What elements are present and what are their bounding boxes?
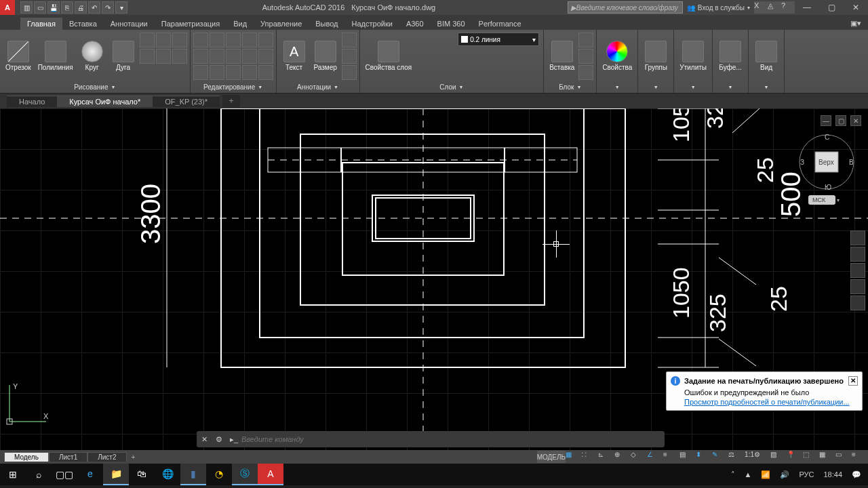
viewcube[interactable]: С В Ю З Верх МСК ▾ xyxy=(796,131,857,186)
balloon-link[interactable]: Просмотр подробностей о печати/публикаци… xyxy=(684,398,850,406)
task-vk-icon[interactable]: ▮ xyxy=(180,464,206,485)
task-yandex-icon[interactable]: ◔ xyxy=(206,464,232,485)
tool-view[interactable]: Вид xyxy=(751,31,781,81)
panel-clip-label[interactable]: ▼ xyxy=(715,81,745,93)
mod-offset[interactable] xyxy=(226,65,241,80)
layer-s10[interactable] xyxy=(458,61,470,73)
draw-sm-4[interactable] xyxy=(140,49,155,64)
mod-explode[interactable] xyxy=(258,49,273,64)
status-transparency-icon[interactable]: ▤ xyxy=(679,451,696,463)
mod-erase[interactable] xyxy=(258,33,273,47)
task-store-icon[interactable]: 🛍 xyxy=(129,464,155,485)
status-monitor-icon[interactable]: 📍 xyxy=(787,451,803,463)
help-icon[interactable]: ? xyxy=(781,1,795,14)
tool-line[interactable]: Отрезок xyxy=(3,31,34,81)
status-iso-icon[interactable]: ▦ xyxy=(819,451,835,463)
mod-array[interactable] xyxy=(242,49,257,64)
layer-bulb-icon[interactable] xyxy=(417,33,429,45)
draw-sm-3[interactable] xyxy=(172,33,187,47)
file-tab-other[interactable]: OF_KP (23)* xyxy=(153,96,220,107)
tab-insert[interactable]: Вставка xyxy=(62,18,104,30)
mod-copy[interactable] xyxy=(193,49,208,64)
layer-freeze-icon[interactable] xyxy=(431,33,443,45)
tool-arc[interactable]: Дуга xyxy=(108,31,138,81)
tab-addins[interactable]: Надстройки xyxy=(345,18,399,30)
tool-circle[interactable]: Круг xyxy=(77,31,107,81)
panel-utils-label[interactable]: ▼ xyxy=(677,81,709,93)
qat-plot-icon[interactable]: 🖨 xyxy=(75,1,87,14)
start-button[interactable]: ⊞ xyxy=(0,464,26,485)
tool-text[interactable]: AТекст xyxy=(279,31,309,81)
cmd-options-icon[interactable]: ⚙ xyxy=(212,432,226,447)
status-annomon-icon[interactable]: ✎ xyxy=(712,451,728,463)
tray-lang[interactable]: РУС xyxy=(795,470,818,479)
qat-saveas-icon[interactable]: ⎘ xyxy=(61,1,73,14)
mod-fillet[interactable] xyxy=(226,49,241,64)
vp-maximize-icon[interactable]: ▢ xyxy=(835,115,846,126)
tab-layout1[interactable]: Лист1 xyxy=(49,452,87,462)
layer-s2[interactable] xyxy=(431,47,443,60)
app-logo[interactable]: A xyxy=(0,0,15,15)
mod-move[interactable] xyxy=(193,33,208,47)
command-input[interactable] xyxy=(241,435,665,443)
status-polar-icon[interactable]: ⊕ xyxy=(614,451,631,463)
qat-undo-icon[interactable]: ↶ xyxy=(88,1,100,14)
drawing-canvas[interactable]: 3300 1050 32 500 25 1050 325 25 YX — ▢ ✕ xyxy=(0,108,868,450)
nav-showmotion-icon[interactable] xyxy=(850,296,865,310)
status-ortho-icon[interactable]: ⊾ xyxy=(598,451,614,463)
annot-sm-3[interactable] xyxy=(342,65,357,80)
layer-s6[interactable] xyxy=(485,47,497,60)
panel-props-label[interactable]: ▼ xyxy=(599,81,635,93)
block-sm-2[interactable] xyxy=(578,49,593,64)
help-search[interactable]: ▶ Введите ключевое слово/фразу xyxy=(568,1,683,14)
mod-break[interactable] xyxy=(258,65,273,80)
tray-acad-icon[interactable]: ▲ xyxy=(741,470,756,479)
tool-layer-props[interactable]: Свойства слоя xyxy=(363,31,415,81)
task-edge-icon[interactable]: e xyxy=(77,464,103,485)
layer-s9[interactable] xyxy=(444,61,456,73)
tool-utils[interactable]: Утилиты xyxy=(677,31,709,81)
file-tab-start[interactable]: Начало xyxy=(7,96,57,107)
mod-rotate[interactable] xyxy=(210,33,224,47)
task-chrome-icon[interactable]: 🌐 xyxy=(155,464,180,485)
mod-mirror[interactable] xyxy=(210,49,224,64)
mod-trim[interactable] xyxy=(226,33,241,47)
layer-s5[interactable] xyxy=(471,47,484,60)
status-custom-icon[interactable]: ≡ xyxy=(852,451,868,463)
block-sm-3[interactable] xyxy=(578,65,593,80)
nav-pan-icon[interactable] xyxy=(850,247,865,262)
panel-modify-label[interactable]: Редактирование▼ xyxy=(193,81,273,93)
tray-up-icon[interactable]: ˄ xyxy=(727,470,739,479)
cmd-close-icon[interactable]: ✕ xyxy=(197,432,212,447)
tool-props[interactable]: Свойства xyxy=(599,31,635,81)
layer-s1[interactable] xyxy=(417,47,429,60)
tab-parametric[interactable]: Параметризация xyxy=(155,18,226,30)
tool-polyline[interactable]: Полилиния xyxy=(35,31,76,81)
qat-new-icon[interactable]: ▥ xyxy=(20,1,33,14)
tab-home[interactable]: Главная xyxy=(20,18,62,30)
qat-more-icon[interactable]: ▾ xyxy=(115,1,127,14)
tab-layout2[interactable]: Лист2 xyxy=(87,452,126,462)
panel-layers-label[interactable]: Слои▼ xyxy=(363,81,541,93)
tray-time[interactable]: 18:44 xyxy=(819,470,846,479)
layer-s7[interactable] xyxy=(417,61,429,73)
draw-sm-6[interactable] xyxy=(172,49,187,64)
panel-draw-label[interactable]: Рисование▼ xyxy=(3,81,187,93)
status-hw-icon[interactable]: ⬚ xyxy=(803,451,819,463)
vp-minimize-icon[interactable]: — xyxy=(821,115,831,126)
status-annoscale-icon[interactable]: ⚖ xyxy=(728,451,745,463)
status-cycling-icon[interactable]: ⬍ xyxy=(696,451,712,463)
tab-a360[interactable]: A360 xyxy=(399,18,431,30)
layer-s11[interactable] xyxy=(471,61,484,73)
annot-sm-1[interactable] xyxy=(342,33,357,47)
panel-view-label[interactable]: ▼ xyxy=(751,81,781,93)
exchange-icon[interactable]: X xyxy=(754,1,768,14)
qat-open-icon[interactable]: ▭ xyxy=(34,1,46,14)
status-model[interactable]: МОДЕЛЬ xyxy=(537,451,566,463)
draw-sm-2[interactable] xyxy=(156,33,171,47)
nav-wheel-icon[interactable] xyxy=(850,230,865,245)
qat-save-icon[interactable]: 💾 xyxy=(47,1,60,14)
tray-wifi-icon[interactable]: 📶 xyxy=(757,470,774,479)
maximize-button[interactable]: ▢ xyxy=(819,1,844,14)
status-grid-icon[interactable]: ▦ xyxy=(566,451,582,463)
